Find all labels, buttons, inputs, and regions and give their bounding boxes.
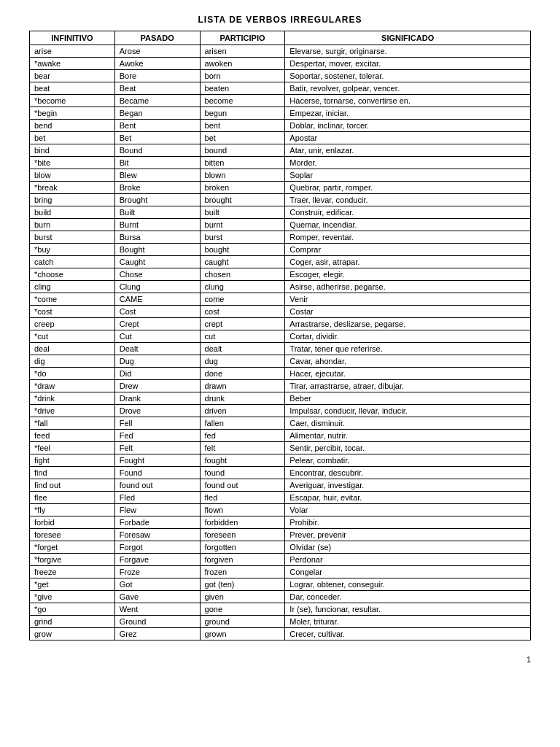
table-row: beatBeatbeatenBatir, revolver, golpear, …	[30, 82, 531, 95]
cell-pasado: Gave	[114, 591, 200, 603]
cell-pasado: Fled	[114, 492, 200, 504]
cell-significado: Cortar, dividir.	[285, 330, 531, 343]
table-row: buildBuiltbuiltConstruir, edificar.	[30, 206, 531, 219]
table-row: *drinkDrankdrunkBeber	[30, 392, 531, 405]
cell-infinitivo: *buy	[30, 244, 115, 256]
cell-participio: fallen	[200, 417, 285, 430]
table-row: *cutCutcutCortar, dividir.	[30, 330, 531, 343]
table-row: foreseeForesawforeseenPrever, prevenir	[30, 529, 531, 541]
table-row: *biteBitbittenMorder.	[30, 157, 531, 169]
cell-significado: Perdonar	[285, 554, 531, 566]
cell-pasado: Grez	[114, 628, 200, 640]
cell-infinitivo: *fall	[30, 417, 115, 430]
table-row: ariseArosearisenElevarse, surgir, origin…	[30, 45, 531, 58]
cell-pasado: Broke	[114, 182, 200, 194]
cell-pasado: Fed	[114, 430, 200, 442]
cell-significado: Prever, prevenir	[285, 529, 531, 541]
cell-pasado: Dug	[114, 355, 200, 368]
table-row: growGrezgrownCrecer, cultivar.	[30, 628, 531, 640]
page-number: 1	[29, 655, 531, 664]
cell-significado: Escoger, elegir.	[285, 268, 531, 281]
cell-infinitivo: *begin	[30, 107, 115, 120]
cell-participio: given	[200, 591, 285, 603]
cell-pasado: Clung	[114, 281, 200, 293]
cell-participio: awoken	[200, 58, 285, 70]
cell-participio: crept	[200, 318, 285, 330]
header-pasado: PASADO	[114, 31, 200, 45]
cell-significado: Construir, edificar.	[285, 206, 531, 219]
cell-participio: blown	[200, 169, 285, 182]
cell-infinitivo: arise	[30, 45, 115, 58]
table-row: bearBorebornSoportar, sostener, tolerar.	[30, 70, 531, 82]
page-title: LISTA DE VERBOS IRREGULARES	[29, 15, 531, 25]
cell-pasado: Forbade	[114, 516, 200, 529]
cell-infinitivo: *drink	[30, 392, 115, 405]
table-row: bindBoundboundAtar, unir, enlazar.	[30, 144, 531, 157]
cell-participio: ground	[200, 616, 285, 628]
cell-significado: Soportar, sostener, tolerar.	[285, 70, 531, 82]
cell-infinitivo: *give	[30, 591, 115, 603]
cell-participio: gone	[200, 603, 285, 616]
cell-pasado: Dealt	[114, 343, 200, 355]
table-row: fleeFledfledEscapar, huir, evitar.	[30, 492, 531, 504]
cell-significado: Comprar	[285, 244, 531, 256]
cell-participio: cost	[200, 306, 285, 318]
cell-infinitivo: grow	[30, 628, 115, 640]
table-row: find outfound outfound outAveriguar, inv…	[30, 479, 531, 492]
cell-significado: Soplar	[285, 169, 531, 182]
table-row: clingClungclungAsirse, adherirse, pegars…	[30, 281, 531, 293]
table-row: dealDealtdealtTratar, tener que referirs…	[30, 343, 531, 355]
cell-significado: Costar	[285, 306, 531, 318]
cell-pasado: Built	[114, 206, 200, 219]
cell-pasado: Got	[114, 578, 200, 591]
table-header-row: INFINITIVO PASADO PARTICIPIO SIGNIFICADO	[30, 31, 531, 45]
cell-pasado: Bound	[114, 144, 200, 157]
table-row: *driveDrovedrivenImpulsar, conducir, lle…	[30, 405, 531, 417]
cell-pasado: Found	[114, 467, 200, 479]
table-row: *awakeAwokeawokenDespertar, mover, excit…	[30, 58, 531, 70]
cell-significado: Quemar, incendiar.	[285, 219, 531, 231]
cell-significado: Caer, disminuir.	[285, 417, 531, 430]
cell-pasado: Fought	[114, 454, 200, 467]
cell-participio: arisen	[200, 45, 285, 58]
cell-participio: bent	[200, 120, 285, 132]
table-row: burnBurntburntQuemar, incendiar.	[30, 219, 531, 231]
cell-pasado: Fell	[114, 417, 200, 430]
table-row: *getGotgot (ten)Lograr, obtener, consegu…	[30, 578, 531, 591]
cell-significado: Pelear, combatir.	[285, 454, 531, 467]
cell-pasado: Ground	[114, 616, 200, 628]
cell-infinitivo: creep	[30, 318, 115, 330]
cell-significado: Romper, reventar.	[285, 231, 531, 244]
cell-participio: become	[200, 95, 285, 107]
cell-participio: broken	[200, 182, 285, 194]
cell-pasado: Forgave	[114, 554, 200, 566]
cell-participio: come	[200, 293, 285, 306]
cell-infinitivo: bind	[30, 144, 115, 157]
cell-pasado: Flew	[114, 504, 200, 516]
cell-significado: Moler, triturar.	[285, 616, 531, 628]
cell-pasado: Bore	[114, 70, 200, 82]
table-row: *giveGavegivenDar, conceder.	[30, 591, 531, 603]
cell-infinitivo: blow	[30, 169, 115, 182]
cell-participio: born	[200, 70, 285, 82]
cell-infinitivo: catch	[30, 256, 115, 268]
cell-pasado: Blew	[114, 169, 200, 182]
cell-significado: Averiguar, investigar.	[285, 479, 531, 492]
table-row: *costCostcostCostar	[30, 306, 531, 318]
cell-participio: drunk	[200, 392, 285, 405]
cell-infinitivo: *bite	[30, 157, 115, 169]
cell-infinitivo: *forget	[30, 541, 115, 554]
cell-pasado: Bit	[114, 157, 200, 169]
cell-participio: fled	[200, 492, 285, 504]
cell-infinitivo: dig	[30, 355, 115, 368]
cell-participio: chosen	[200, 268, 285, 281]
table-row: creepCreptcreptArrastrarse, deslizarse, …	[30, 318, 531, 330]
table-row: *buyBoughtboughtComprar	[30, 244, 531, 256]
table-row: *forgiveForgaveforgivenPerdonar	[30, 554, 531, 566]
cell-participio: forgiven	[200, 554, 285, 566]
table-row: burstBursaburstRomper, reventar.	[30, 231, 531, 244]
cell-participio: done	[200, 368, 285, 380]
header-participio: PARTICIPIO	[200, 31, 285, 45]
cell-participio: dealt	[200, 343, 285, 355]
cell-infinitivo: *go	[30, 603, 115, 616]
